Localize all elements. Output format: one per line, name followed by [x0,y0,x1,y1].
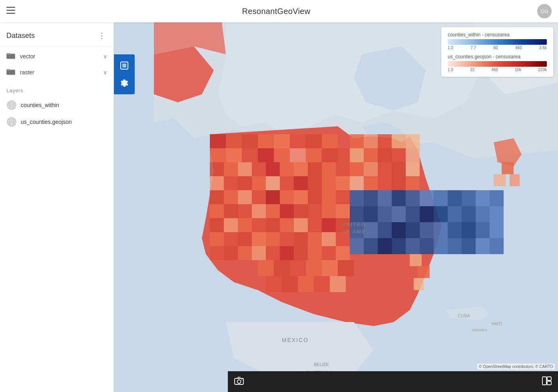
svg-rect-6 [6,69,10,71]
menu-icon[interactable] [6,7,15,16]
svg-rect-170 [274,260,290,276]
app-title: ResonantGeoView [242,7,311,16]
svg-rect-121 [392,238,406,254]
map-attribution: © OpenStreetMap contributors, © CARTO [477,364,555,370]
settings-tool-button[interactable] [116,75,132,91]
svg-rect-88 [392,190,406,206]
camera-button[interactable] [234,377,244,387]
svg-rect-36 [224,162,238,176]
svg-rect-149 [210,232,224,246]
svg-rect-73 [392,148,406,162]
svg-rect-135 [294,204,308,218]
svg-rect-117 [490,222,504,238]
map-container[interactable]: MEXICO CUBA HAITI JAMAICA BELIZE GUATEMA… [114,22,558,392]
svg-rect-65 [350,134,364,148]
svg-rect-176 [282,276,298,292]
svg-rect-111 [406,222,420,238]
svg-rect-21 [258,134,274,148]
svg-rect-130 [224,204,238,218]
more-options-icon[interactable]: ⋮ [97,30,107,42]
svg-rect-39 [266,162,280,176]
svg-rect-202 [547,377,551,380]
svg-rect-174 [338,260,354,276]
svg-rect-139 [210,218,224,232]
svg-rect-129 [210,204,224,218]
svg-rect-62 [308,190,322,204]
svg-rect-41 [294,162,308,176]
svg-rect-68 [392,134,406,148]
svg-rect-157 [322,232,336,246]
svg-rect-85 [350,190,364,206]
svg-rect-115 [462,222,476,238]
svg-rect-93 [462,190,476,206]
svg-rect-145 [294,218,308,232]
svg-rect-80 [350,176,364,190]
svg-rect-25 [322,134,338,148]
svg-rect-94 [476,190,490,206]
svg-rect-128 [490,238,504,254]
svg-rect-55 [210,190,224,204]
layout-button[interactable] [542,376,552,387]
svg-rect-160 [224,246,238,260]
sidebar-item-vector[interactable]: vector ∨ [0,48,114,64]
svg-rect-22 [274,134,290,148]
svg-rect-114 [448,222,462,238]
layers-section: Layers counties_within [0,82,114,133]
svg-rect-60 [280,190,294,204]
sidebar-header: Datasets ⋮ [0,22,114,47]
svg-rect-18 [210,134,226,148]
svg-rect-89 [406,190,420,206]
svg-rect-150 [224,232,238,246]
globe-icon-counties [6,100,17,110]
legend-labels-1: 1.0 7.7 60 460 3.6k [448,46,547,50]
legend-row-counties-within: counties_within - censusarea 1.0 7.7 60 … [448,32,547,50]
svg-rect-29 [258,148,274,162]
svg-rect-27 [226,148,242,162]
svg-rect-153 [266,232,280,246]
svg-rect-74 [406,148,420,162]
svg-rect-169 [258,260,274,276]
layers-title: Layers [6,88,107,94]
sidebar-item-raster[interactable]: raster ∨ [0,64,114,80]
svg-rect-173 [322,260,338,276]
svg-rect-104 [462,206,476,222]
legend: counties_within - censusarea 1.0 7.7 60 … [441,27,553,77]
sidebar: Datasets ⋮ vector ∨ [0,22,114,392]
svg-rect-58 [252,190,266,204]
svg-rect-197 [122,64,126,68]
svg-rect-4 [6,53,10,55]
vector-label: vector [20,53,103,60]
legend-labels-2: 1.0 22 460 10k 220k [448,68,547,72]
frame-tool-button[interactable] [116,58,132,74]
svg-rect-102 [434,206,448,222]
counties-within-label: counties_within [21,102,59,108]
svg-rect-46 [224,176,238,190]
svg-rect-61 [294,190,308,204]
svg-rect-201 [542,377,546,385]
svg-rect-26 [210,148,226,162]
svg-rect-37 [238,162,252,176]
layer-item-us-counties[interactable]: us_counties.geojson [6,113,107,130]
svg-rect-125 [448,238,462,254]
svg-rect-118 [350,238,364,254]
svg-rect-155 [294,232,308,246]
svg-rect-151 [238,232,252,246]
legend-title-2: us_counties.geojson - censusarea [448,54,547,60]
bottom-bar [228,371,558,392]
legend-gradient-2 [448,61,547,67]
svg-rect-56 [224,190,238,204]
svg-rect-137 [322,204,336,218]
layer-item-counties-within[interactable]: counties_within [6,97,107,113]
svg-rect-131 [238,204,252,218]
svg-rect-152 [252,232,266,246]
svg-rect-122 [406,238,420,254]
svg-rect-132 [252,204,266,218]
svg-rect-70 [350,148,364,162]
svg-point-200 [241,379,242,380]
svg-rect-19 [226,134,242,148]
svg-rect-78 [392,162,406,176]
svg-rect-165 [294,246,308,260]
svg-rect-38 [252,162,266,176]
svg-rect-81 [364,176,378,190]
user-avatar[interactable]: GG [537,4,552,18]
